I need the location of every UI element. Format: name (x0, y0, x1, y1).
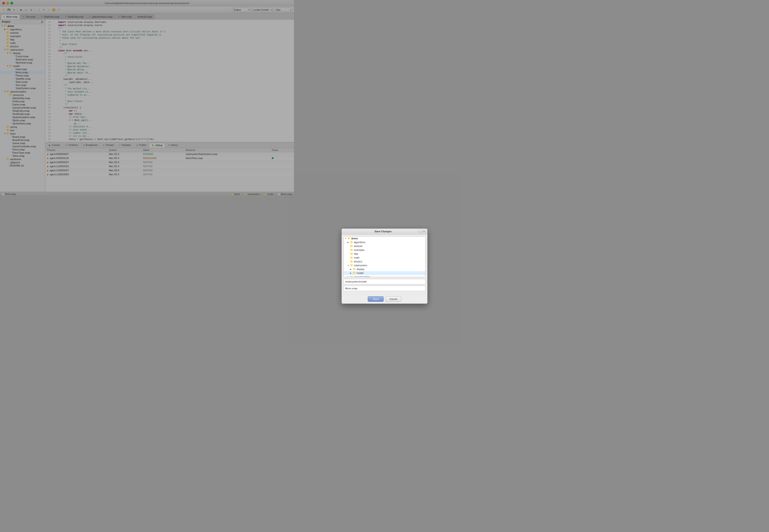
modal-overlay: Save Changes — ✕ ▼ 📁 demo ▶ 📁 algorithms (0, 0, 294, 196)
